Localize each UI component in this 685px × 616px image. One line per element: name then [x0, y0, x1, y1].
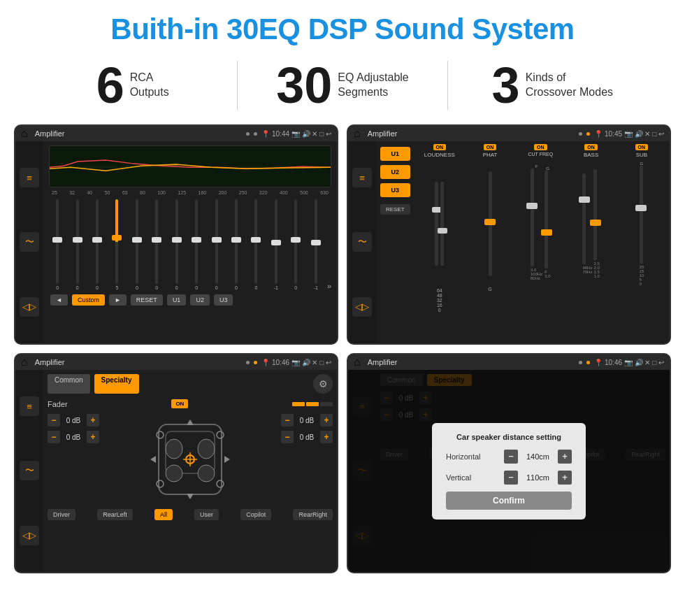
fader-fr-minus[interactable]: − — [281, 414, 294, 427]
home-icon[interactable]: ⌂ — [21, 127, 28, 140]
fader-fl-plus[interactable]: + — [87, 414, 99, 427]
dlg-dot2 — [586, 361, 590, 364]
bass-label: BASS — [584, 152, 598, 158]
eq-slider-6[interactable]: 0 — [148, 199, 165, 290]
cutfreq-slider1[interactable] — [531, 169, 534, 266]
eq-custom-btn[interactable]: Custom — [72, 294, 105, 306]
fader-rl-minus[interactable]: − — [48, 431, 60, 443]
eq-filter-icon[interactable]: ≡ — [20, 168, 39, 187]
eq-slider-3[interactable]: 0 — [89, 199, 106, 290]
cr-cutfreq: ON CUT FREQ F 3.0 100Hz — [517, 144, 564, 341]
eq-freq-labels: 253240506380100125160200250320400500630 — [49, 190, 331, 195]
fader-tab-common[interactable]: Common — [48, 374, 90, 394]
dialog-h-minus[interactable]: − — [504, 450, 518, 464]
eq-slider-13[interactable]: 0 — [287, 199, 304, 290]
cr-filter-icon[interactable]: ≡ — [352, 168, 372, 187]
bass-slider1[interactable] — [582, 173, 586, 264]
fader-copilot-btn[interactable]: Copilot — [240, 509, 271, 520]
eq-slider-1[interactable]: 0 — [49, 199, 66, 290]
confirm-button[interactable]: Confirm — [446, 492, 572, 510]
fader-rl-plus[interactable]: + — [87, 431, 99, 443]
phat-on[interactable]: ON — [484, 144, 497, 150]
cr-wave-icon[interactable]: 〜 — [352, 232, 372, 252]
eq-wave-icon[interactable]: 〜 — [20, 232, 39, 252]
page-title: Buith-in 30EQ DSP Sound System — [0, 0, 685, 56]
dialog-v-minus[interactable]: − — [504, 471, 518, 485]
fader-rr-plus[interactable]: + — [320, 431, 333, 443]
eq-slider-4[interactable]: 5 — [108, 199, 125, 290]
eq-slider-2[interactable]: 0 — [68, 199, 85, 290]
fader-filter-icon[interactable]: ≡ — [20, 396, 39, 416]
fader-main-area: Common Specialty ⚙ Fader ON — [43, 370, 337, 572]
dialog-v-plus[interactable]: + — [558, 471, 572, 485]
eq-time: 📍 10:44 📷 🔊 ✕ □ ↩ — [261, 130, 331, 138]
fader-user-btn[interactable]: User — [194, 509, 219, 520]
dialog-h-plus[interactable]: + — [558, 450, 572, 464]
bass-slider2[interactable] — [593, 169, 597, 260]
eq-sidebar: ≡ 〜 ◁▷ — [15, 141, 43, 343]
phat-slider[interactable] — [489, 171, 492, 276]
fader-fl-minus[interactable]: − — [48, 414, 60, 427]
cr-u3-btn[interactable]: U3 — [380, 183, 410, 197]
eq-graph — [49, 145, 331, 187]
cr-reset-btn[interactable]: RESET — [380, 204, 410, 215]
eq-slider-11[interactable]: 0 — [247, 199, 264, 290]
dlg-home-icon[interactable]: ⌂ — [354, 356, 361, 368]
eq-slider-5[interactable]: 0 — [129, 199, 145, 290]
cr-home-icon[interactable]: ⌂ — [354, 127, 361, 140]
cr-u2-btn[interactable]: U2 — [380, 165, 410, 179]
sub-label: SUB — [636, 152, 647, 158]
svg-point-13 — [217, 480, 224, 487]
cr-u1-btn[interactable]: U1 — [380, 147, 410, 161]
stat-crossover: 3 Kinds ofCrossover Modes — [462, 60, 643, 110]
cr-sidebar: ≡ 〜 ◁▷ — [348, 141, 376, 343]
eq-u2-btn[interactable]: U2 — [190, 294, 210, 306]
eq-slider-9[interactable]: 0 — [208, 199, 224, 290]
eq-volume-icon[interactable]: ◁▷ — [20, 297, 39, 317]
eq-slider-12[interactable]: -1 — [268, 199, 284, 290]
fader-on-badge[interactable]: ON — [171, 399, 188, 408]
loudness-on[interactable]: ON — [433, 144, 447, 150]
phat-label: PHAT — [483, 152, 498, 158]
fader-all-btn[interactable]: All — [154, 509, 173, 520]
cr-volume-icon[interactable]: ◁▷ — [352, 297, 372, 317]
dlg-time: 📍 10:46 📷 🔊 ✕ □ ↩ — [594, 359, 664, 366]
loudness-slider2[interactable] — [440, 182, 444, 266]
loudness-slider1[interactable] — [435, 182, 438, 266]
eq-u3-btn[interactable]: U3 — [214, 294, 233, 306]
fader-settings-icon[interactable]: ⚙ — [313, 374, 333, 394]
sub-slider[interactable] — [640, 166, 643, 264]
eq-next-btn[interactable]: ► — [109, 294, 127, 306]
fader-volume-icon[interactable]: ◁▷ — [20, 526, 39, 545]
fader-rearleft-btn[interactable]: RearLeft — [97, 509, 133, 520]
sub-on[interactable]: ON — [635, 144, 649, 150]
svg-marker-17 — [224, 456, 230, 463]
dialog-h-value: 140cm — [522, 452, 554, 461]
svg-point-12 — [157, 480, 164, 487]
svg-point-10 — [157, 431, 164, 438]
fader-rr-minus[interactable]: − — [281, 431, 294, 443]
eq-slider-7[interactable]: 0 — [168, 199, 185, 290]
fader-rearright-btn[interactable]: RearRight — [293, 509, 333, 520]
fader-home-icon[interactable]: ⌂ — [21, 356, 28, 368]
fader-tab-specialty[interactable]: Specialty — [94, 374, 139, 394]
eq-slider-10[interactable]: 0 — [228, 199, 245, 290]
fader-fr-plus[interactable]: + — [320, 414, 333, 427]
fader-wave-icon[interactable]: 〜 — [20, 461, 39, 480]
divider-2 — [447, 61, 448, 110]
fader-driver-btn[interactable]: Driver — [48, 509, 75, 520]
cutfreq-slider2[interactable] — [545, 171, 548, 268]
eq-slider-8[interactable]: 0 — [188, 199, 205, 290]
bass-on[interactable]: ON — [584, 144, 598, 150]
svg-point-3 — [166, 439, 182, 459]
fader-speaker-layout: − 0 dB + − 0 dB + — [48, 414, 333, 505]
fader-dot1 — [246, 361, 250, 364]
eq-prev-btn[interactable]: ◄ — [50, 294, 68, 306]
eq-u1-btn[interactable]: U1 — [167, 294, 187, 306]
eq-reset-btn[interactable]: RESET — [131, 294, 163, 306]
cutfreq-on[interactable]: ON — [534, 144, 547, 150]
eq-expand-icon[interactable]: » — [327, 282, 331, 290]
eq-slider-14[interactable]: -1 — [307, 199, 324, 290]
fader-rr-value: 0 dB — [296, 434, 317, 441]
stat-rca: 6 RCAOutputs — [42, 60, 223, 110]
